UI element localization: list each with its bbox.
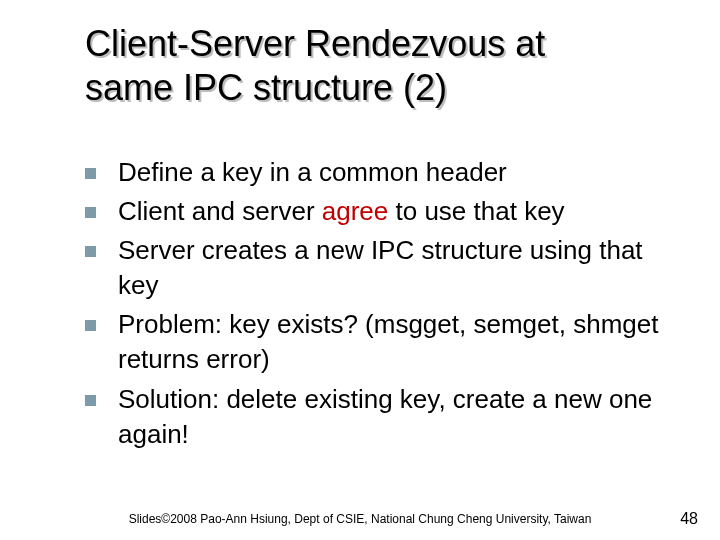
text-pre: Problem: key exists? (msgget, semget, sh… (118, 309, 658, 374)
list-item: Problem: key exists? (msgget, semget, sh… (85, 307, 680, 377)
list-item: Define a key in a common header (85, 155, 680, 190)
text-pre: Define a key in a common header (118, 157, 507, 187)
text-pre: Server creates a new IPC structure using… (118, 235, 643, 300)
slide-footer: Slides©2008 Pao-Ann Hsiung, Dept of CSIE… (0, 512, 720, 526)
square-bullet-icon (85, 246, 96, 257)
text-pre: Client and server (118, 196, 322, 226)
text-pre: Solution: delete existing key, create a … (118, 384, 652, 449)
slide: Client-Server Rendezvous at same IPC str… (0, 0, 720, 540)
list-item: Solution: delete existing key, create a … (85, 382, 680, 452)
slide-body: Define a key in a common header Client a… (85, 155, 680, 456)
text-post: to use that key (388, 196, 564, 226)
list-item: Client and server agree to use that key (85, 194, 680, 229)
title-line1: Client-Server Rendezvous at (85, 23, 545, 64)
text-highlight: agree (322, 196, 389, 226)
title-front: Client-Server Rendezvous at same IPC str… (85, 22, 685, 110)
title-line2: same IPC structure (2) (85, 67, 447, 108)
bullet-text: Client and server agree to use that key (118, 194, 680, 229)
bullet-text: Server creates a new IPC structure using… (118, 233, 680, 303)
list-item: Server creates a new IPC structure using… (85, 233, 680, 303)
square-bullet-icon (85, 207, 96, 218)
bullet-text: Problem: key exists? (msgget, semget, sh… (118, 307, 680, 377)
square-bullet-icon (85, 168, 96, 179)
slide-title: Client-Server Rendezvous at same IPC str… (85, 22, 685, 110)
bullet-text: Solution: delete existing key, create a … (118, 382, 680, 452)
page-number: 48 (680, 510, 698, 528)
square-bullet-icon (85, 395, 96, 406)
bullet-text: Define a key in a common header (118, 155, 680, 190)
square-bullet-icon (85, 320, 96, 331)
